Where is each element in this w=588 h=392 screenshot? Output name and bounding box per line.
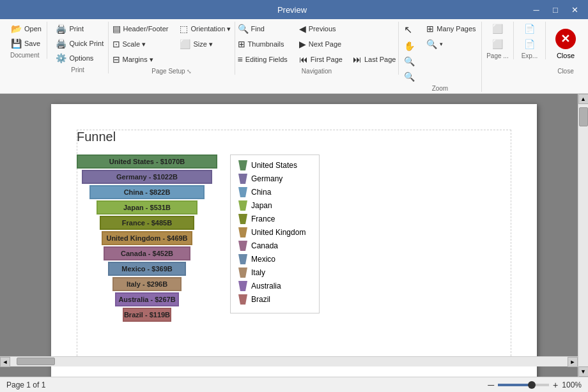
svg-marker-0 [238, 160, 247, 170]
window-controls: ─ □ ✕ [528, 3, 583, 16]
zoom-slider[interactable] [498, 384, 549, 386]
legend-icon-10 [238, 294, 247, 305]
zoom-buttons: ↖ ✋ 🔍 🔍 ⊞ Many Pages [399, 22, 480, 84]
legend-label-3: Japan [251, 201, 272, 210]
funnel-bar-4: France - $485B [100, 216, 194, 230]
scroll-track-h[interactable] [10, 357, 568, 366]
page-setup-label: Page Setup ⤡ [112, 68, 231, 75]
legend-item-2: China [238, 187, 311, 197]
chart-legend: United StatesGermanyChinaJapanFranceUnit… [230, 155, 320, 313]
page-btn2[interactable]: ⬜ [488, 37, 507, 51]
scroll-down-button[interactable]: ▼ [578, 366, 589, 377]
editing-fields-button[interactable]: ≡ Editing Fields [233, 52, 292, 66]
first-page-button[interactable]: ⏮ First Page [295, 52, 347, 66]
legend-icon-3 [238, 200, 247, 211]
funnel-bar-9: Australia - $267B [115, 292, 179, 306]
scroll-thumb-v[interactable] [579, 107, 588, 126]
window-close-button[interactable]: ✕ [566, 3, 583, 16]
svg-marker-4 [238, 214, 247, 224]
page-group: ⬜ ⬜ Page ... [482, 22, 514, 59]
zoom-minus-button[interactable]: ─ [488, 380, 494, 390]
quick-print-button[interactable]: 🖨️ Quick Print [51, 36, 104, 50]
size-button[interactable]: ⬜ Size ▾ [175, 37, 235, 51]
legend-item-4: France [238, 214, 311, 224]
legend-label-0: United States [251, 161, 297, 170]
last-page-button[interactable]: ⏭ Last Page [348, 52, 401, 66]
svg-marker-9 [238, 281, 247, 291]
print-button[interactable]: 🖨️ Print [51, 22, 104, 36]
print-icon: 🖨️ [56, 24, 66, 34]
scroll-right-button[interactable]: ► [568, 357, 578, 367]
svg-marker-1 [238, 174, 247, 184]
scale-button[interactable]: ⊡ Scale ▾ [108, 37, 173, 51]
legend-label-5: United Kingdom [251, 228, 306, 237]
orientation-button[interactable]: ⬚ Orientation ▾ [175, 22, 235, 36]
zoom-dropdown-icon: 🔍 [426, 39, 437, 49]
scroll-thumb-h[interactable] [17, 358, 55, 365]
svg-marker-3 [238, 200, 247, 211]
page-setup-expand-icon[interactable]: ⤡ [187, 68, 192, 75]
page-info: Page 1 of 1 [6, 381, 45, 389]
window-title: Preview [56, 5, 528, 15]
zoom-slider-fill [498, 384, 529, 386]
legend-item-6: Canada [238, 241, 311, 251]
legend-item-5: United Kingdom [238, 227, 311, 237]
close-preview-button[interactable]: ✕ Close [548, 22, 583, 66]
vertical-scrollbar[interactable]: ▲ ▼ [578, 94, 588, 377]
maximize-button[interactable]: □ [547, 3, 564, 16]
zoom-slider-thumb[interactable] [528, 381, 536, 389]
funnel-bar-2: China - $822B [89, 185, 205, 199]
zoom-in-icon: 🔍 [404, 56, 415, 66]
legend-icon-7 [238, 254, 247, 264]
zoom-in-button[interactable]: 🔍 [399, 54, 419, 68]
svg-marker-8 [238, 268, 247, 278]
zoom-dropdown-button[interactable]: 🔍 ▾ [422, 37, 480, 51]
pointer-button[interactable]: ↖ [399, 22, 419, 38]
scale-icon: ⊡ [112, 39, 120, 49]
exp-btn2[interactable]: 📄 [520, 37, 539, 51]
exp-group: 📄 📄 Exp... [514, 22, 546, 59]
hand-button[interactable]: ✋ [399, 39, 419, 53]
document-page: Funnel United States - $1070BGermany - $… [51, 104, 537, 377]
open-button[interactable]: 📂 Open [6, 22, 43, 36]
save-button[interactable]: 💾 Save [6, 36, 43, 50]
legend-item-0: United States [238, 160, 311, 170]
pointer-icon: ↖ [404, 24, 412, 36]
scroll-track-v[interactable] [578, 104, 588, 366]
next-page-button[interactable]: ▶ Next Page [295, 37, 401, 51]
find-button[interactable]: 🔍 Find [233, 22, 292, 36]
scroll-up-button[interactable]: ▲ [578, 94, 589, 104]
nav-buttons: 🔍 Find ⊞ Thumbnails ≡ Editing Fields ◀ [233, 22, 401, 66]
options-button[interactable]: ⚙️ Options [51, 51, 104, 65]
many-pages-button[interactable]: ⊞ Many Pages [422, 22, 480, 36]
funnel-bar-7: Mexico - $369B [108, 262, 186, 276]
exp-btn1[interactable]: 📄 [520, 22, 539, 36]
margins-button[interactable]: ⊟ Margins ▾ [108, 52, 173, 66]
prev-page-button[interactable]: ◀ Previous [295, 22, 401, 36]
thumbnails-button[interactable]: ⊞ Thumbnails [233, 37, 292, 51]
first-page-icon: ⏮ [299, 54, 308, 64]
minimize-button[interactable]: ─ [528, 3, 545, 16]
exp-group-label: Exp... [518, 52, 541, 59]
hand-icon: ✋ [404, 41, 415, 51]
scroll-left-button[interactable]: ◄ [0, 357, 10, 367]
navigation-group: 🔍 Find ⊞ Thumbnails ≡ Editing Fields ◀ [235, 22, 399, 75]
chart-container: Funnel United States - $1070BGermany - $… [64, 123, 524, 328]
page-group-label: Page ... [486, 52, 509, 59]
zoom-plus-button[interactable]: + [553, 380, 558, 390]
header-footer-button[interactable]: ▤ Header/Footer [108, 22, 173, 36]
editing-fields-icon: ≡ [238, 54, 243, 64]
legend-item-8: Italy [238, 268, 311, 278]
legend-item-10: Brazil [238, 294, 311, 305]
document-label: Document [6, 52, 43, 59]
zoom-out-icon: 🔍 [404, 72, 415, 82]
zoom-controls: ─ + 100% [488, 380, 582, 390]
page-btn1[interactable]: ⬜ [488, 22, 507, 36]
close-group-label: Close [550, 68, 582, 75]
page-setup-group: ▤ Header/Footer ⊡ Scale ▾ ⊟ Margins ▾ ⬚ [109, 22, 235, 75]
zoom-out-button[interactable]: 🔍 [399, 70, 419, 84]
funnel-bar-1: Germany - $1022B [82, 170, 212, 184]
legend-label-6: Canada [251, 241, 278, 250]
legend-label-7: Mexico [251, 255, 275, 264]
horizontal-scrollbar[interactable]: ◄ ► [0, 356, 578, 366]
